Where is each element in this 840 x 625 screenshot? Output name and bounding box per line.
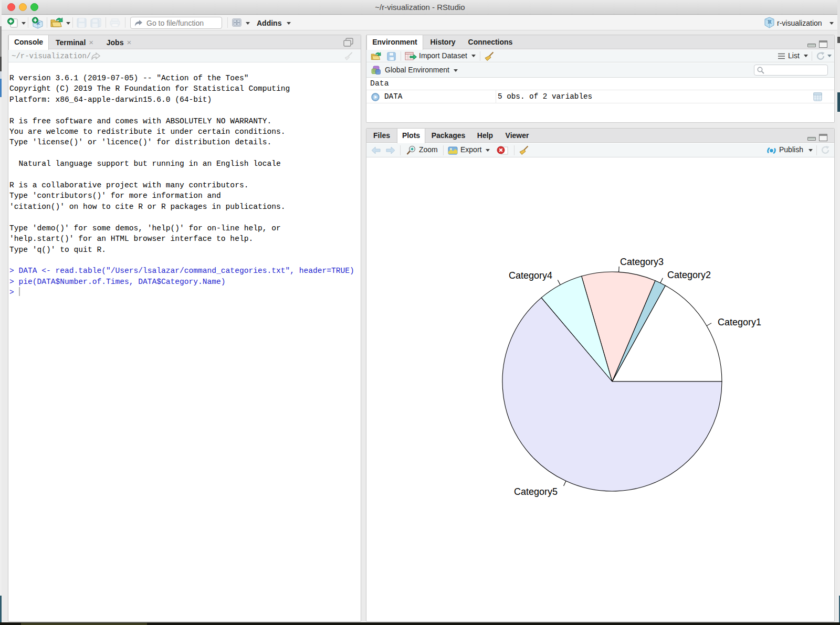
svg-text:Category3: Category3 bbox=[620, 257, 664, 267]
svg-text:R: R bbox=[768, 19, 772, 25]
svg-text:Category4: Category4 bbox=[509, 270, 552, 281]
svg-text:Category1: Category1 bbox=[718, 317, 761, 327]
svg-text:Category2: Category2 bbox=[667, 270, 711, 280]
svg-text:Category5: Category5 bbox=[514, 486, 558, 497]
